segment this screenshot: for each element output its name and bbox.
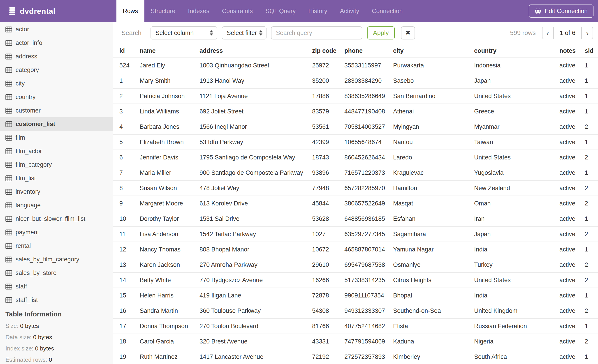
cell-zip-code: 25972 bbox=[312, 62, 344, 69]
search-query-input[interactable] bbox=[271, 26, 362, 40]
sidebar-item-category[interactable]: category bbox=[0, 63, 113, 77]
sidebar-item-rental[interactable]: rental bbox=[0, 239, 113, 253]
sidebar-item-customer[interactable]: customer bbox=[0, 104, 113, 117]
cell-city: Bhopal bbox=[393, 292, 474, 299]
table-row[interactable]: 10Dorothy Taylor1531 Sal Drive5362864885… bbox=[113, 211, 598, 227]
cell-phone: 380657522649 bbox=[344, 200, 393, 207]
sidebar-item-label: film_actor bbox=[16, 148, 42, 155]
sidebar-item-actor[interactable]: actor bbox=[0, 23, 113, 36]
filter-select[interactable]: Select filter bbox=[222, 26, 266, 40]
tab-connection[interactable]: Connection bbox=[365, 0, 409, 22]
sidebar-item-address[interactable]: address bbox=[0, 50, 113, 63]
tab-indexes[interactable]: Indexes bbox=[182, 0, 216, 22]
table-row[interactable]: 3Linda Williams692 Joliet Street83579448… bbox=[113, 104, 598, 119]
cell-address: 1913 Hanoi Way bbox=[199, 77, 312, 84]
sidebar-item-label: rental bbox=[16, 243, 31, 250]
cell-city: Elista bbox=[393, 323, 474, 330]
sidebar-item-country[interactable]: country bbox=[0, 90, 113, 104]
table-row[interactable]: 15Helen Harris419 Iligan Lane72878990911… bbox=[113, 288, 598, 303]
cell-city: Kragujevac bbox=[393, 169, 474, 176]
column-select-value: Select column bbox=[156, 30, 194, 37]
cell-name: Barbara Jones bbox=[140, 123, 199, 130]
table-icon bbox=[5, 148, 12, 154]
cell-id: 18 bbox=[119, 338, 140, 345]
cell-phone: 10655648674 bbox=[344, 139, 393, 146]
column-header-notes: notes bbox=[559, 47, 585, 54]
table-row[interactable]: 11Lisa Anderson1542 Tarlac Parkway102763… bbox=[113, 227, 598, 242]
table-row[interactable]: 12Nancy Thomas808 Bhopal Manor1067246588… bbox=[113, 242, 598, 257]
table-row[interactable]: 19Ruth Martinez1417 Lancaster Avenue7219… bbox=[113, 349, 598, 364]
table-row[interactable]: 2Patricia Johnson1121 Loja Avenue1788683… bbox=[113, 89, 598, 104]
sidebar-item-staff_list[interactable]: staff_list bbox=[0, 293, 113, 307]
sidebar-item-film[interactable]: film bbox=[0, 131, 113, 144]
cell-city: Purwakarta bbox=[393, 62, 474, 69]
chevron-right-icon: › bbox=[586, 29, 589, 37]
tab-rows[interactable]: Rows bbox=[116, 0, 144, 22]
tab-history[interactable]: History bbox=[302, 0, 333, 22]
clear-search-button[interactable]: ✖ bbox=[401, 26, 415, 40]
cell-address: 1417 Lancaster Avenue bbox=[199, 353, 312, 360]
cell-id: 524 bbox=[119, 62, 140, 69]
table-icon bbox=[5, 270, 12, 276]
table-row[interactable]: 4Barbara Jones1566 Inegl Manor5356170581… bbox=[113, 119, 598, 135]
cell-country: United Kingdom bbox=[474, 307, 559, 314]
sidebar-item-film_list[interactable]: film_list bbox=[0, 171, 113, 185]
table-info-title: Table Information bbox=[5, 310, 108, 318]
sidebar-item-inventory[interactable]: inventory bbox=[0, 185, 113, 198]
search-label: Search bbox=[121, 29, 141, 37]
table-row[interactable]: 14Betty White770 Bydgoszcz Avenue1626651… bbox=[113, 273, 598, 288]
column-select[interactable]: Select column bbox=[150, 26, 217, 40]
table-row[interactable]: 5Elizabeth Brown53 Idfu Parkway423991065… bbox=[113, 135, 598, 150]
table-row[interactable]: 9Margaret Moore613 Korolev Drive45844380… bbox=[113, 196, 598, 211]
tab-sql-query[interactable]: SQL Query bbox=[259, 0, 302, 22]
sidebar-item-language[interactable]: language bbox=[0, 198, 113, 212]
cell-name: Karen Jackson bbox=[140, 261, 199, 268]
sidebar-item-film_actor[interactable]: film_actor bbox=[0, 144, 113, 158]
sidebar-item-nicer_but_slower_film_list[interactable]: nicer_but_slower_film_list bbox=[0, 212, 113, 226]
sidebar-item-payment[interactable]: payment bbox=[0, 226, 113, 239]
cell-country: Indonesia bbox=[474, 62, 559, 69]
tab-label: Activity bbox=[340, 8, 359, 15]
cell-sid: 1 bbox=[585, 93, 598, 100]
prev-page-button[interactable]: ‹ bbox=[542, 27, 553, 39]
edit-connection-button[interactable]: Edit Connection bbox=[529, 5, 593, 18]
sidebar-item-city[interactable]: city bbox=[0, 77, 113, 90]
tab-activity[interactable]: Activity bbox=[333, 0, 365, 22]
table-row[interactable]: 16Sandra Martin360 Toulouse Parkway54308… bbox=[113, 303, 598, 319]
cell-notes: active bbox=[559, 338, 585, 345]
cell-notes: active bbox=[559, 200, 585, 207]
table-row[interactable]: 6Jennifer Davis1795 Santiago de Composte… bbox=[113, 150, 598, 165]
sidebar-item-label: city bbox=[16, 80, 25, 87]
table-row[interactable]: 17Donna Thompson270 Toulon Boulevard8176… bbox=[113, 319, 598, 334]
sidebar-item-staff[interactable]: staff bbox=[0, 280, 113, 293]
table-info-panel: Table Information Size: 0 bytes Data siz… bbox=[0, 310, 113, 363]
cell-country: United States bbox=[474, 154, 559, 161]
table-row[interactable]: 524Jared Ely1003 Qinhuangdao Street25972… bbox=[113, 58, 598, 73]
table-row[interactable]: 1Mary Smith1913 Hanoi Way352002830338429… bbox=[113, 73, 598, 89]
sidebar-item-sales_by_store[interactable]: sales_by_store bbox=[0, 266, 113, 280]
tab-constraints[interactable]: Constraints bbox=[216, 0, 259, 22]
table-row[interactable]: 18Carol Garcia320 Brest Avenue4333174779… bbox=[113, 334, 598, 349]
cell-country: Myanmar bbox=[474, 123, 559, 130]
cell-sid: 2 bbox=[585, 200, 598, 207]
next-page-button[interactable]: › bbox=[582, 27, 593, 39]
sidebar-item-customer_list[interactable]: customer_list bbox=[0, 117, 113, 131]
cell-address: 1003 Qinhuangdao Street bbox=[199, 62, 312, 69]
tab-structure[interactable]: Structure bbox=[144, 0, 182, 22]
cell-notes: active bbox=[559, 62, 585, 69]
table-icon bbox=[5, 40, 12, 46]
cell-city: Citrus Heights bbox=[393, 277, 474, 284]
table-row[interactable]: 8Susan Wilson478 Joliet Way7794865728228… bbox=[113, 181, 598, 196]
apply-button[interactable]: Apply bbox=[367, 26, 395, 40]
table-row[interactable]: 13Karen Jackson270 Amroha Parkway2961069… bbox=[113, 257, 598, 273]
sidebar-item-sales_by_film_category[interactable]: sales_by_film_category bbox=[0, 253, 113, 266]
table-row[interactable]: 7Maria Miller900 Santiago de Compostela … bbox=[113, 165, 598, 181]
cell-address: 770 Bydgoszcz Avenue bbox=[199, 277, 312, 284]
cell-phone: 35533115997 bbox=[344, 62, 393, 69]
sidebar-item-film_category[interactable]: film_category bbox=[0, 158, 113, 171]
tab-label: Connection bbox=[372, 8, 403, 15]
sidebar-item-actor_info[interactable]: actor_info bbox=[0, 36, 113, 50]
cell-city: Osmaniye bbox=[393, 261, 474, 268]
cell-phone: 716571220373 bbox=[344, 169, 393, 176]
cell-id: 2 bbox=[119, 93, 140, 100]
